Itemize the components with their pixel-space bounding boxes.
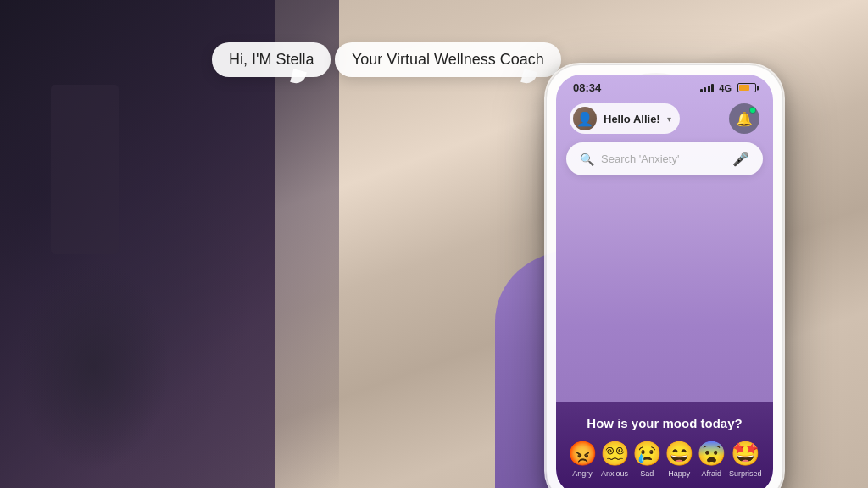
user-name: Hello Allie! [604,113,660,125]
surprised-label: Surprised [729,469,762,478]
mood-afraid[interactable]: 😨 Afraid [697,442,726,478]
mood-emojis-container: 😡 Angry 😵‍💫 Anxious 😢 Sad [566,442,763,478]
phone-screen: 08:34 4G [556,75,773,488]
happy-label: Happy [668,469,690,478]
avatar: 👤 [573,107,597,130]
speech-bubble-2: Your Virtual Wellness Coach [335,42,561,77]
status-bar: 08:34 4G [556,75,773,97]
afraid-emoji: 😨 [697,442,726,466]
mood-section: How is your mood today? 😡 Angry 😵‍💫 Anxi… [556,402,773,488]
anxious-label: Anxious [601,469,628,478]
shelf-blur [51,85,119,254]
mood-happy[interactable]: 😄 Happy [665,442,694,478]
signal-bar-1 [700,89,703,92]
dropdown-arrow-icon: ▾ [667,114,671,124]
status-icons: 4G [700,83,756,93]
search-icon: 🔍 [580,152,594,166]
phone-mockup: 08:34 4G [546,64,783,488]
mood-angry[interactable]: 😡 Angry [568,442,598,478]
status-time: 08:34 [573,81,601,94]
signal-bar-4 [711,84,714,92]
search-placeholder: Search 'Anxiety' [601,152,726,165]
afraid-label: Afraid [702,469,722,478]
network-label: 4G [719,83,732,93]
mic-icon: 🎤 [732,151,749,167]
sad-emoji: 😢 [632,442,662,466]
signal-bars [700,84,715,92]
phone-frame: 08:34 4G [546,64,783,488]
battery-fill [739,85,749,91]
mood-surprised[interactable]: 🤩 Surprised [729,442,762,478]
notification-dot [749,107,756,114]
user-greeting[interactable]: 👤 Hello Allie! ▾ [570,103,680,134]
angry-label: Angry [572,469,593,478]
bubble-2-text: Your Virtual Wellness Coach [352,51,544,68]
furniture-blur [17,259,170,471]
search-bar[interactable]: 🔍 Search 'Anxiety' 🎤 [566,142,763,175]
surprised-emoji: 🤩 [731,442,760,466]
battery-icon [737,83,756,92]
notification-button[interactable]: 🔔 [729,103,760,134]
speech-bubbles-container: Hi, I'M Stella Your Virtual Wellness Coa… [127,42,561,87]
angry-emoji: 😡 [568,442,598,466]
sad-label: Sad [640,469,654,478]
signal-bar-3 [708,86,710,92]
bubble-1-text: Hi, I'M Stella [229,51,314,68]
speech-bubble-1: Hi, I'M Stella [212,42,331,77]
mood-title: How is your mood today? [566,416,763,430]
signal-bar-2 [704,87,706,92]
mood-sad[interactable]: 😢 Sad [632,442,662,478]
happy-emoji: 😄 [665,442,694,466]
phone-header: 👤 Hello Allie! ▾ 🔔 [556,98,773,139]
anxious-emoji: 😵‍💫 [600,442,630,466]
mood-anxious[interactable]: 😵‍💫 Anxious [600,442,630,478]
